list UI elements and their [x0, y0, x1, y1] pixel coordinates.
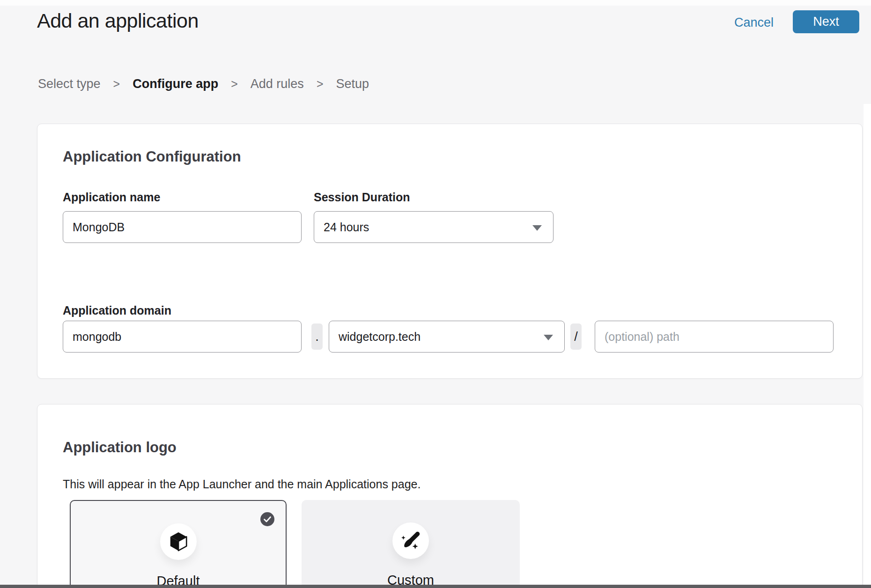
- logo-card-title: Application logo: [63, 439, 177, 456]
- application-name-input[interactable]: [63, 211, 302, 243]
- cube-icon: [168, 531, 189, 552]
- top-strip: [0, 0, 871, 6]
- breadcrumb-separator: >: [113, 77, 120, 91]
- session-duration-value: 24 hours: [324, 220, 369, 234]
- page-title: Add an application: [37, 9, 199, 32]
- subdomain-input[interactable]: [63, 321, 302, 353]
- dot-separator: .: [311, 323, 323, 350]
- paintbrush-icon: [399, 529, 422, 552]
- session-duration-select[interactable]: 24 hours: [314, 211, 554, 243]
- next-button[interactable]: Next: [793, 10, 859, 33]
- domain-select[interactable]: widgetcorp.tech: [329, 321, 565, 353]
- config-card-title: Application Configuration: [63, 148, 241, 165]
- chevron-down-icon: [532, 225, 542, 231]
- path-input[interactable]: [595, 321, 834, 353]
- breadcrumb-separator: >: [231, 77, 238, 91]
- chevron-down-icon: [544, 335, 553, 340]
- application-configuration-card: Application Configuration Application na…: [37, 124, 863, 379]
- application-logo-card: Application logo This will appear in the…: [37, 404, 863, 588]
- horizontal-scrollbar[interactable]: [0, 585, 871, 588]
- slash-separator: /: [570, 323, 582, 350]
- domain-select-value: widgetcorp.tech: [339, 330, 421, 344]
- breadcrumb-separator: >: [317, 77, 324, 91]
- logo-card-description: This will appear in the App Launcher and…: [63, 478, 421, 491]
- default-logo-circle: [160, 523, 197, 560]
- application-domain-label: Application domain: [63, 304, 171, 317]
- right-scrollbar-gutter: [864, 104, 871, 588]
- session-duration-label: Session Duration: [314, 191, 410, 204]
- breadcrumb-step-select-type[interactable]: Select type: [38, 77, 101, 91]
- cancel-button[interactable]: Cancel: [734, 15, 774, 30]
- logo-option-custom[interactable]: Custom: [302, 500, 520, 588]
- check-icon: [260, 512, 274, 526]
- add-application-page: Add an application Cancel Next Select ty…: [0, 0, 871, 588]
- custom-logo-circle: [392, 522, 429, 559]
- breadcrumb-step-configure-app[interactable]: Configure app: [133, 77, 218, 91]
- logo-option-default[interactable]: Default: [70, 500, 287, 588]
- breadcrumb: Select type > Configure app > Add rules …: [38, 77, 369, 91]
- application-name-label: Application name: [63, 191, 160, 204]
- breadcrumb-step-add-rules[interactable]: Add rules: [251, 77, 304, 91]
- breadcrumb-step-setup[interactable]: Setup: [336, 77, 369, 91]
